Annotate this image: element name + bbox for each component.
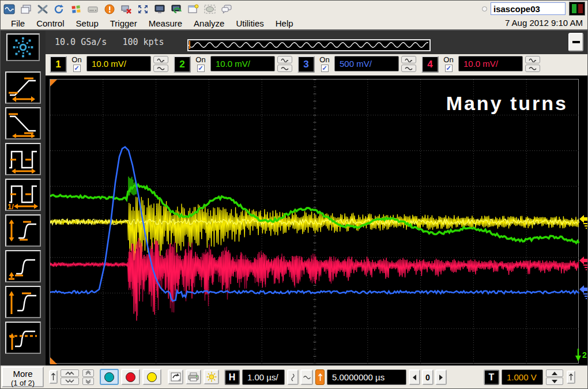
channel-3-button[interactable]: 3 xyxy=(297,56,315,73)
channel-2-group: 2 On✓ 10.0 mV/ xyxy=(174,56,292,73)
refresh-icon[interactable] xyxy=(53,3,66,15)
channel-3-ground-marker[interactable]: 3 xyxy=(579,284,588,299)
channel-2-checkbox[interactable]: ✓ xyxy=(197,65,205,72)
channel-1-checkbox[interactable]: ✓ xyxy=(73,65,81,72)
monitor-refresh-icon[interactable] xyxy=(170,3,183,15)
measure-mean-button[interactable] xyxy=(5,322,41,354)
channel-4-ground-marker[interactable]: 4 xyxy=(579,255,588,270)
menu-measure[interactable]: Measure xyxy=(143,17,188,29)
channel-4-offset-button[interactable] xyxy=(525,56,540,63)
scope-display-area[interactable]: Many turns 1 4 3 2 xyxy=(46,75,587,367)
offset-down-button[interactable] xyxy=(82,377,94,385)
channel-2-scale-field[interactable]: 10.0 mV/ xyxy=(210,56,275,71)
channel-1-on-label: On xyxy=(71,56,81,63)
print-button[interactable] xyxy=(186,369,201,384)
pan-up-button[interactable] xyxy=(49,370,58,384)
monitor-icon[interactable] xyxy=(153,3,166,15)
channel-3-on-label: On xyxy=(319,56,329,63)
channel-1-scale-field[interactable]: 10.0 mV/ xyxy=(86,56,151,71)
channel-1-button[interactable]: 1 xyxy=(50,56,67,73)
trigger-level-field[interactable]: 1.000 V xyxy=(502,369,543,385)
scale-down-button[interactable] xyxy=(61,377,79,385)
more-button[interactable]: More (1 of 2) xyxy=(2,367,44,387)
position-right-button[interactable] xyxy=(435,369,447,385)
host-radio[interactable] xyxy=(482,6,487,12)
hostname-input[interactable] xyxy=(491,2,566,15)
trigger-button[interactable]: T xyxy=(484,369,499,385)
alert-icon[interactable] xyxy=(103,3,116,15)
channel-3-checkbox[interactable]: ✓ xyxy=(321,65,329,72)
waveform-plot[interactable]: Many turns xyxy=(50,79,579,364)
timebase-scale-field[interactable]: 1.00 µs/ xyxy=(242,369,285,385)
channel-1-offset-button[interactable] xyxy=(153,56,168,63)
channel-4-setup-button[interactable] xyxy=(525,65,540,72)
channel-4-scale-field[interactable]: 10.0 mV/ xyxy=(458,56,523,71)
single-icon xyxy=(147,372,157,382)
menu-analyze[interactable]: Analyze xyxy=(188,17,230,29)
timebase-fine-button[interactable] xyxy=(287,369,299,385)
drive-icon[interactable] xyxy=(86,3,99,15)
channel-2-offset-button[interactable] xyxy=(277,56,292,63)
measure-frequency-button[interactable]: 1/ xyxy=(5,179,41,211)
channel-3-offset-button[interactable] xyxy=(401,56,416,63)
chat-icon[interactable] xyxy=(220,3,233,15)
menu-file[interactable]: File xyxy=(5,17,31,29)
channel-2-button[interactable]: 2 xyxy=(174,56,191,73)
agilent-logo-button[interactable] xyxy=(6,33,40,61)
run-button[interactable] xyxy=(100,369,119,385)
measure-base-button[interactable] xyxy=(5,250,41,282)
stop-icon xyxy=(126,372,135,382)
position-zero-button[interactable]: 0 xyxy=(422,369,434,385)
network-error-icon[interactable] xyxy=(120,3,133,15)
clear-display-button[interactable] xyxy=(203,369,219,384)
acquisition-preview[interactable] xyxy=(187,39,431,51)
more-page-label: (1 of 2) xyxy=(3,379,43,387)
stop-button[interactable] xyxy=(121,369,140,385)
timebase-zoom-button[interactable] xyxy=(300,369,313,385)
horizontal-button[interactable]: H xyxy=(224,369,240,385)
level-down-button[interactable] xyxy=(546,377,563,385)
channel-3-group: 3 On✓ 500 mV/ xyxy=(297,56,416,73)
app-icon[interactable] xyxy=(3,3,16,15)
channel-2-offscreen-marker[interactable]: 2 xyxy=(574,348,588,362)
windows-icon[interactable] xyxy=(20,3,32,15)
measure-rise-time-button[interactable] xyxy=(5,71,41,104)
channel-1-setup-button[interactable] xyxy=(153,65,168,72)
position-left-button[interactable] xyxy=(409,369,420,385)
menu-utilities[interactable]: Utilities xyxy=(230,17,269,29)
windows-logo-icon[interactable] xyxy=(70,3,82,15)
single-button[interactable] xyxy=(142,369,161,385)
menu-setup[interactable]: Setup xyxy=(70,17,104,29)
trigger-slope-up-button[interactable] xyxy=(567,371,575,384)
scale-up-button[interactable] xyxy=(61,369,79,377)
expand-icon[interactable] xyxy=(137,3,149,15)
new-window-icon[interactable] xyxy=(187,3,199,15)
channel-2-on-label: On xyxy=(195,56,205,63)
channel-3-setup-button[interactable] xyxy=(401,65,416,72)
channel-2-setup-button[interactable] xyxy=(277,65,292,72)
offset-up-button[interactable] xyxy=(82,369,94,377)
menu-help[interactable]: Help xyxy=(270,17,299,29)
snapshot-icon[interactable] xyxy=(203,3,216,15)
trigger-slope-button[interactable] xyxy=(315,369,325,385)
bottom-control-bar: More (1 of 2) H 1.00 µs/ 5.0000000 µs 0 … xyxy=(1,365,587,388)
horizontal-position-field[interactable]: 5.0000000 µs xyxy=(327,369,406,385)
channel-4-on-label: On xyxy=(443,56,453,63)
minimize-button[interactable] xyxy=(568,33,583,51)
channel-1-ground-marker[interactable]: 1 xyxy=(579,214,588,229)
channel-3-scale-field[interactable]: 500 mV/ xyxy=(334,56,399,71)
measure-maximum-button[interactable] xyxy=(5,286,41,318)
memory-depth: 100 kpts xyxy=(122,37,164,47)
channel-4-checkbox[interactable]: ✓ xyxy=(445,65,453,72)
menu-control[interactable]: Control xyxy=(31,17,70,29)
channel-4-button[interactable]: 4 xyxy=(421,56,439,73)
measure-pulse-width-button[interactable] xyxy=(5,143,41,175)
agilent-spark-icon xyxy=(7,33,39,62)
tools-icon[interactable] xyxy=(36,3,49,15)
measure-fall-time-button[interactable] xyxy=(5,107,41,139)
measure-amplitude-button[interactable] xyxy=(5,214,41,247)
connection-indicator xyxy=(569,2,585,16)
menu-trigger[interactable]: Trigger xyxy=(104,17,143,29)
export-button[interactable] xyxy=(168,369,183,384)
level-up-button[interactable] xyxy=(546,369,563,377)
